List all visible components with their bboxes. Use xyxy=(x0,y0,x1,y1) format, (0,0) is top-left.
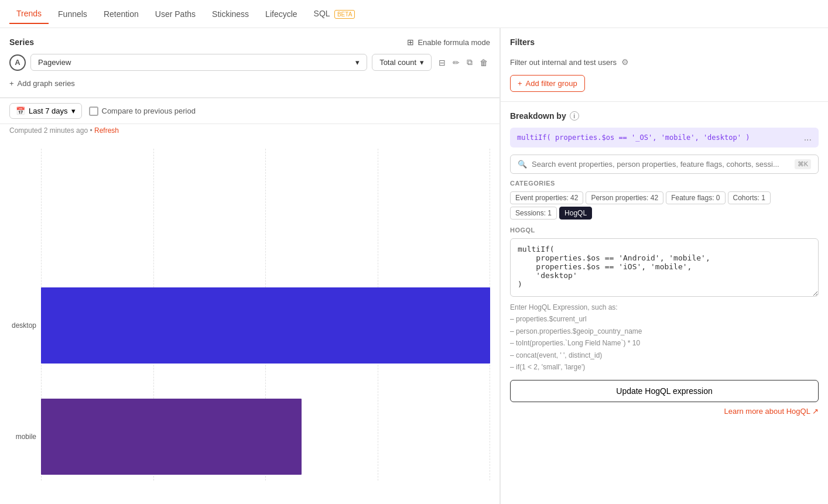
hogql-help-line-5: – if(1 < 2, 'small', 'large') xyxy=(510,361,819,373)
enable-formula-mode[interactable]: ⊞ Enable formula mode xyxy=(407,37,490,47)
nav-retention[interactable]: Retention xyxy=(97,5,146,23)
filter-internal-text: Filter out internal and test users xyxy=(510,58,617,67)
hogql-help-line-3: – toInt(properties.`Long Field Name`) * … xyxy=(510,337,819,349)
search-icon: 🔍 xyxy=(518,160,527,169)
nav-trends[interactable]: Trends xyxy=(9,4,49,24)
cat-tag-cohorts[interactable]: Cohorts: 1 xyxy=(728,191,771,204)
compare-checkbox-label[interactable]: Compare to previous period xyxy=(89,107,196,116)
total-count-dropdown[interactable]: Total count ▾ xyxy=(372,54,432,71)
filters-section: Filters Filter out internal and test use… xyxy=(501,28,828,102)
copy-btn[interactable]: ⧉ xyxy=(464,55,475,70)
left-panel: Series ⊞ Enable formula mode A Pageview … xyxy=(0,28,500,504)
compare-label-text: Compare to previous period xyxy=(102,107,196,115)
keyboard-hint: ⌘K xyxy=(795,159,811,169)
formula-icon: ⊞ xyxy=(407,37,414,47)
series-actions: ⊟ ✏ ⧉ 🗑 xyxy=(436,55,490,70)
series-section: Series ⊞ Enable formula mode A Pageview … xyxy=(0,28,499,98)
learn-more-hogql-link[interactable]: Learn more about HogQL ↗ xyxy=(510,407,819,416)
nav-funnels[interactable]: Funnels xyxy=(51,5,94,23)
breakdown-title: Breakdown by xyxy=(510,111,566,121)
categories-label: CATEGORIES xyxy=(510,180,819,187)
more-options-btn[interactable]: ... xyxy=(804,132,812,143)
event-dropdown[interactable]: Pageview ▾ xyxy=(30,54,367,71)
bar-label-mobile: mobile xyxy=(16,433,36,441)
add-filter-btn[interactable]: + Add filter group xyxy=(510,75,585,92)
breakdown-section: Breakdown by i multiIf( properties.$os =… xyxy=(501,102,828,425)
date-range-label: Last 7 days xyxy=(29,107,68,115)
breakdown-code: multiIf( properties.$os == '_OS', 'mobil… xyxy=(517,133,750,142)
gear-icon[interactable]: ⚙ xyxy=(621,57,629,67)
add-filter-label: Add filter group xyxy=(526,79,577,88)
cat-tag-hogql[interactable]: HogQL xyxy=(559,207,592,220)
enable-formula-label: Enable formula mode xyxy=(418,38,490,47)
cat-tag-sessions[interactable]: Sessions: 1 xyxy=(510,207,557,220)
hogql-help-line-2: – person.properties.$geoip_country_name xyxy=(510,325,819,337)
computed-bar: Computed 2 minutes ago • Refresh xyxy=(0,124,499,139)
refresh-link[interactable]: Refresh xyxy=(94,126,119,135)
cat-tag-event-properties[interactable]: Event properties: 42 xyxy=(510,191,583,204)
bar-row-desktop: desktop xyxy=(41,287,490,364)
calendar-icon: 📅 xyxy=(16,107,25,115)
filter-btn[interactable]: ⊟ xyxy=(436,55,448,70)
hogql-help-line-1: – properties.$current_url xyxy=(510,313,819,325)
bar-label-desktop: desktop xyxy=(12,321,36,330)
search-input[interactable] xyxy=(532,160,790,169)
total-count-label: Total count xyxy=(379,58,416,67)
right-panel: Filters Filter out internal and test use… xyxy=(500,28,828,504)
hogql-label: HOGQL xyxy=(510,227,819,234)
cat-tag-feature-flags[interactable]: Feature flags: 0 xyxy=(666,191,725,204)
chevron-down-icon: ▾ xyxy=(71,107,76,115)
event-name: Pageview xyxy=(38,58,71,67)
nav-stickiness[interactable]: Stickiness xyxy=(205,5,256,23)
add-series-label: Add graph series xyxy=(18,79,75,88)
plus-icon: + xyxy=(518,79,522,88)
delete-btn[interactable]: 🗑 xyxy=(477,55,490,70)
search-box: 🔍 ⌘K xyxy=(510,155,819,174)
beta-badge: BETA xyxy=(334,10,355,19)
cat-tag-person-properties[interactable]: Person properties: 42 xyxy=(586,191,663,204)
chart-area: desktop mobile xyxy=(0,139,499,504)
computed-text: Computed 2 minutes ago xyxy=(9,126,88,135)
filter-internal-row: Filter out internal and test users ⚙ xyxy=(510,54,819,70)
nav-user-paths[interactable]: User Paths xyxy=(148,5,203,23)
main-layout: Series ⊞ Enable formula mode A Pageview … xyxy=(0,28,828,504)
category-tags: Event properties: 42 Person properties: … xyxy=(510,191,819,220)
nav-lifecycle[interactable]: Lifecycle xyxy=(258,5,304,23)
compare-checkbox[interactable] xyxy=(89,107,98,116)
top-nav: Trends Funnels Retention User Paths Stic… xyxy=(0,0,828,28)
controls-bar: 📅 Last 7 days ▾ Compare to previous peri… xyxy=(0,98,499,124)
breakdown-header: Breakdown by i xyxy=(510,111,819,121)
bar-desktop xyxy=(41,287,490,364)
series-header: Series ⊞ Enable formula mode xyxy=(9,37,490,47)
hogql-editor[interactable]: multiIf( properties.$os == 'Android', 'm… xyxy=(510,238,819,297)
chevron-down-icon: ▾ xyxy=(355,58,360,67)
edit-btn[interactable]: ✏ xyxy=(450,55,462,70)
update-hogql-btn[interactable]: Update HogQL expression xyxy=(510,380,819,402)
series-title: Series xyxy=(9,37,34,47)
bar-row-mobile: mobile xyxy=(41,399,490,475)
series-row: A Pageview ▾ Total count ▾ ⊟ ✏ ⧉ 🗑 xyxy=(9,54,490,71)
breakdown-pill: multiIf( properties.$os == '_OS', 'mobil… xyxy=(510,128,819,148)
nav-sql[interactable]: SQL BETA xyxy=(307,4,362,23)
separator: • xyxy=(90,126,94,135)
series-badge-a: A xyxy=(9,54,26,71)
date-range-btn[interactable]: 📅 Last 7 days ▾ xyxy=(9,103,82,119)
hogql-help-line-4: – concat(event, ' ', distinct_id) xyxy=(510,349,819,361)
filters-title: Filters xyxy=(510,37,819,47)
add-series[interactable]: + Add graph series xyxy=(9,77,490,90)
chart-inner: desktop mobile xyxy=(0,139,499,504)
chevron-down-icon: ▾ xyxy=(420,58,424,67)
hogql-help: Enter HogQL Expression, such as: – prope… xyxy=(510,301,819,373)
plus-icon: + xyxy=(9,79,14,88)
bar-container: desktop mobile xyxy=(41,149,490,481)
bar-mobile xyxy=(41,399,302,475)
info-icon[interactable]: i xyxy=(570,111,579,121)
hogql-help-line-0: Enter HogQL Expression, such as: xyxy=(510,301,819,313)
